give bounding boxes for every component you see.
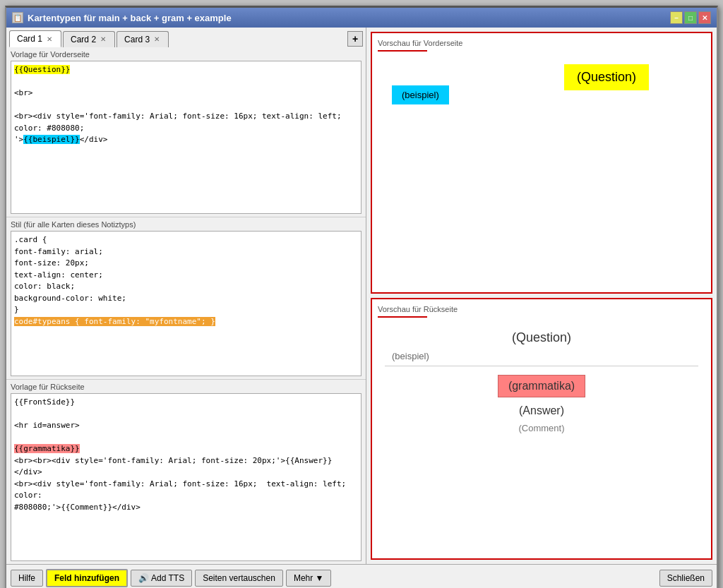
- main-content: Card 1 ✕ Card 2 ✕ Card 3 ✕ + Vorlage für…: [6, 28, 717, 564]
- window-title: Kartentypen für main + back + gram + exa…: [28, 13, 232, 23]
- main-window: 📋 Kartentypen für main + back + gram + e…: [5, 6, 718, 588]
- front-code-display[interactable]: {{Question}} <br> <br><div style='font-f…: [11, 61, 362, 214]
- right-panel: Vorschau für Vorderseite (beispiel) (Que…: [366, 28, 717, 564]
- title-bar: 📋 Kartentypen für main + back + gram + e…: [6, 8, 717, 28]
- front-template-label: Vorlage für Vorderseite: [11, 50, 362, 59]
- mehr-button[interactable]: Mehr ▼: [286, 570, 332, 587]
- back-preview-grammatika: (grammatika): [498, 375, 585, 397]
- feld-hinzufuegen-button[interactable]: Feld hinzufügen: [46, 569, 128, 587]
- front-preview-box: Vorschau für Vorderseite (beispiel) (Que…: [371, 32, 712, 294]
- left-panel: Card 1 ✕ Card 2 ✕ Card 3 ✕ + Vorlage für…: [6, 28, 366, 564]
- back-preview-underline: [378, 316, 427, 318]
- back-preview-question: (Question): [512, 330, 571, 345]
- front-template-section: Vorlage für Vorderseite {{Question}} <br…: [6, 47, 366, 217]
- back-preview-label: Vorschau für Rückseite: [378, 305, 705, 313]
- add-tts-button[interactable]: 🔊 Add TTS: [131, 570, 192, 587]
- title-bar-buttons: – □ ✕: [670, 11, 711, 24]
- tab-card1-label: Card 1: [17, 34, 42, 44]
- tabs-bar: Card 1 ✕ Card 2 ✕ Card 3 ✕ +: [6, 28, 366, 47]
- title-bar-left: 📋 Kartentypen für main + back + gram + e…: [12, 12, 232, 23]
- close-window-button[interactable]: ✕: [698, 11, 711, 24]
- back-template-label: Vorlage für Rückseite: [11, 383, 362, 391]
- tab-card2-close[interactable]: ✕: [99, 35, 107, 43]
- add-tts-icon: 🔊: [138, 573, 149, 583]
- tab-card2-label: Card 2: [71, 35, 96, 44]
- tab-card3-close[interactable]: ✕: [153, 35, 161, 43]
- back-preview-box: Vorschau für Rückseite (Question) (beisp…: [371, 298, 712, 560]
- tab-card1-close[interactable]: ✕: [45, 35, 54, 43]
- back-preview-comment: (Comment): [518, 423, 564, 433]
- back-preview-answer: (Answer): [519, 404, 564, 417]
- bottom-toolbar: Hilfe Feld hinzufügen 🔊 Add TTS Seiten v…: [6, 564, 717, 588]
- window-icon: 📋: [12, 12, 23, 23]
- back-textarea-wrapper: {{FrontSide}} <hr id=answer> {{grammatik…: [11, 393, 362, 561]
- seiten-vertauschen-button[interactable]: Seiten vertauschen: [195, 570, 283, 587]
- schliessen-button[interactable]: Schließen: [659, 570, 712, 587]
- left-sections: Vorlage für Vorderseite {{Question}} <br…: [6, 47, 366, 564]
- front-preview-content: (beispiel) (Question): [378, 57, 705, 287]
- preview-question: (Question): [564, 64, 649, 90]
- preview-beispiel: (beispiel): [392, 85, 449, 104]
- tab-card1[interactable]: Card 1 ✕: [9, 30, 61, 47]
- front-preview-underline: [378, 50, 427, 52]
- maximize-button[interactable]: □: [684, 11, 697, 24]
- tab-card2[interactable]: Card 2 ✕: [63, 31, 115, 47]
- back-preview-beispiel: (beispiel): [392, 351, 429, 361]
- add-tab-button[interactable]: +: [347, 31, 363, 47]
- front-preview-label: Vorschau für Vorderseite: [378, 39, 705, 47]
- back-preview-content: (Question) (beispiel) (grammatika) (Answ…: [378, 323, 705, 553]
- back-hr: [385, 366, 698, 366]
- style-textarea-wrapper: .card { font-family: arial; font-size: 2…: [11, 231, 362, 376]
- front-textarea-wrapper: {{Question}} <br> <br><div style='font-f…: [11, 61, 362, 214]
- back-template-section: Vorlage für Rückseite {{FrontSide}} <hr …: [6, 379, 366, 564]
- back-code-display[interactable]: {{FrontSide}} <hr id=answer> {{grammatik…: [11, 393, 362, 561]
- tab-card3-label: Card 3: [124, 35, 150, 44]
- hilfe-button[interactable]: Hilfe: [11, 570, 43, 587]
- minimize-button[interactable]: –: [670, 11, 683, 24]
- style-section: Stil (für alle Karten dieses Notiztyps) …: [6, 217, 366, 379]
- style-code-display[interactable]: .card { font-family: arial; font-size: 2…: [11, 231, 362, 376]
- style-label: Stil (für alle Karten dieses Notiztyps): [11, 220, 362, 229]
- tab-card3[interactable]: Card 3 ✕: [116, 31, 169, 47]
